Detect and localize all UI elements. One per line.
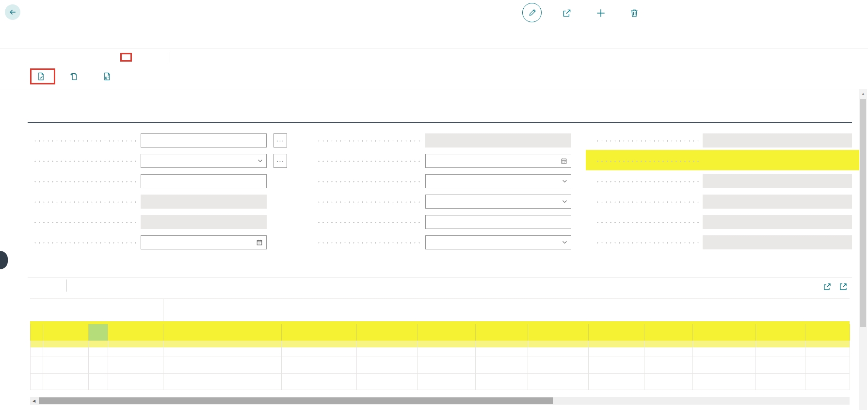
- scroll-up-arrow[interactable]: ▲: [859, 90, 867, 97]
- dotted-leader: [317, 201, 421, 203]
- field-location-code: [314, 174, 571, 189]
- scroll-left-arrow[interactable]: ◀: [30, 397, 38, 405]
- posted-credit-sales-field: [703, 195, 852, 209]
- empty-table-row: [30, 357, 850, 374]
- column-header-vendor-no[interactable]: [692, 299, 755, 324]
- send-to-invoicing-button[interactable]: [37, 72, 48, 81]
- chevron-down-icon[interactable]: [558, 236, 571, 249]
- field-transfer-headers: [593, 214, 852, 230]
- lines-share-button[interactable]: [822, 282, 832, 292]
- field-status: [593, 153, 852, 168]
- cell-no-of-pallets[interactable]: [589, 324, 644, 341]
- external-document-no-input[interactable]: [430, 218, 571, 226]
- column-header-no-of-pallets[interactable]: [588, 299, 644, 324]
- lines-table-header: [30, 298, 850, 324]
- column-header-unit-of-measure-code[interactable]: [475, 299, 528, 324]
- row-menu-dots[interactable]: [89, 324, 108, 341]
- field-posted-credit-sales: [593, 194, 852, 209]
- stock-center-code-input[interactable]: [430, 198, 558, 205]
- left-pane-handle[interactable]: [0, 251, 8, 269]
- location-code-input[interactable]: [430, 178, 558, 185]
- sell-to-customer-no-input[interactable]: [145, 157, 254, 164]
- sell-to-customer-name-input[interactable]: [145, 178, 266, 185]
- document-new-icon: [70, 72, 78, 81]
- column-header-cust-ordered-quantity[interactable]: [805, 299, 850, 324]
- calendar-icon[interactable]: [557, 154, 571, 167]
- action-bar: [37, 68, 136, 84]
- no-assist-button[interactable]: ···: [273, 133, 287, 148]
- column-header-selector: [30, 299, 43, 324]
- cell-unit-of-measure-code[interactable]: [476, 324, 528, 341]
- cell-no[interactable]: [108, 324, 163, 341]
- create-posting-document-button[interactable]: [70, 72, 81, 81]
- annotation-red-box-invoicing: [120, 53, 132, 62]
- cell-type[interactable]: [43, 324, 89, 341]
- edit-button[interactable]: [522, 3, 542, 22]
- field-stock-center-code: [314, 194, 571, 209]
- horizontal-scrollbar[interactable]: ◀: [30, 397, 850, 405]
- field-salesperson-code: [314, 235, 571, 250]
- vertical-scrollbar[interactable]: ▲: [859, 89, 867, 410]
- table-row-item-c300[interactable]: [30, 324, 850, 341]
- chevron-down-icon[interactable]: [558, 175, 571, 188]
- no-input[interactable]: [145, 137, 266, 144]
- back-button[interactable]: [5, 4, 20, 20]
- column-header-type[interactable]: [43, 299, 88, 324]
- cell-no-of-trade-items[interactable]: [282, 324, 357, 341]
- column-header-description[interactable]: [163, 299, 281, 324]
- current-row-indicator: [31, 324, 43, 341]
- column-header-ti-unit-of-measure-code[interactable]: [356, 299, 417, 324]
- delete-button[interactable]: [629, 8, 640, 18]
- cell-external-producer[interactable]: [644, 324, 693, 341]
- sales-documents-field: [703, 174, 852, 188]
- dotted-leader: [317, 242, 421, 244]
- ribbon-menu: [39, 49, 228, 66]
- column-header-no-of-trade-items[interactable]: [281, 299, 356, 324]
- transfer-headers-field: [703, 215, 852, 229]
- shipment-date-input[interactable]: [145, 239, 253, 246]
- sell-to-customer-no-assist-button[interactable]: ···: [273, 154, 287, 168]
- dotted-leader: [595, 161, 699, 162]
- dotted-leader: [595, 181, 699, 182]
- horizontal-scrollbar-thumb[interactable]: [39, 397, 553, 404]
- dotted-leader: [33, 222, 137, 223]
- stock-center-code-field: [425, 195, 571, 209]
- cell-vendor-no[interactable]: [693, 324, 756, 341]
- cell-description[interactable]: [163, 324, 282, 341]
- trash-icon: [629, 8, 640, 18]
- no-field: [141, 133, 267, 148]
- cell-cust-ordered-no-of-tis[interactable]: [756, 324, 805, 341]
- salesperson-code-input[interactable]: [430, 239, 558, 246]
- dotted-leader: [317, 161, 421, 162]
- document-post-icon: [103, 72, 111, 81]
- chevron-down-icon[interactable]: [254, 154, 266, 167]
- dotted-leader: [317, 181, 421, 182]
- column-header-unit-price-excl-vat[interactable]: [528, 299, 588, 324]
- requested-delivery-date-input[interactable]: [430, 157, 557, 164]
- column-header-external-producer[interactable]: [644, 299, 692, 324]
- column-header-quantity[interactable]: [417, 299, 475, 324]
- lines-expand-button[interactable]: [838, 282, 848, 292]
- field-sales-documents: [593, 174, 852, 189]
- cell-cust-ordered-quantity[interactable]: [805, 324, 850, 341]
- dotted-leader: [317, 222, 421, 223]
- column-header-cust-ordered-no-of-tis[interactable]: [755, 299, 805, 324]
- vertical-scrollbar-thumb[interactable]: [860, 99, 866, 327]
- cell-quantity[interactable]: [418, 324, 476, 341]
- field-posting-date: [30, 194, 267, 209]
- new-document-button[interactable]: [595, 8, 606, 18]
- order-date-field: [141, 215, 267, 229]
- create-and-post-internal-sales-button[interactable]: [103, 72, 114, 81]
- chevron-down-icon[interactable]: [558, 195, 571, 208]
- calendar-icon[interactable]: [253, 236, 266, 249]
- share-button[interactable]: [562, 8, 572, 18]
- column-header-no[interactable]: [108, 299, 163, 324]
- cell-ti-unit-of-measure-code[interactable]: [357, 324, 418, 341]
- dotted-leader: [595, 201, 699, 203]
- field-sell-to-customer-no: ···: [30, 153, 267, 168]
- expand-icon: [838, 282, 848, 292]
- dotted-leader: [33, 181, 137, 182]
- divider: [28, 277, 852, 278]
- document-check-icon: [37, 72, 45, 81]
- cell-unit-price-excl-vat[interactable]: [528, 324, 589, 341]
